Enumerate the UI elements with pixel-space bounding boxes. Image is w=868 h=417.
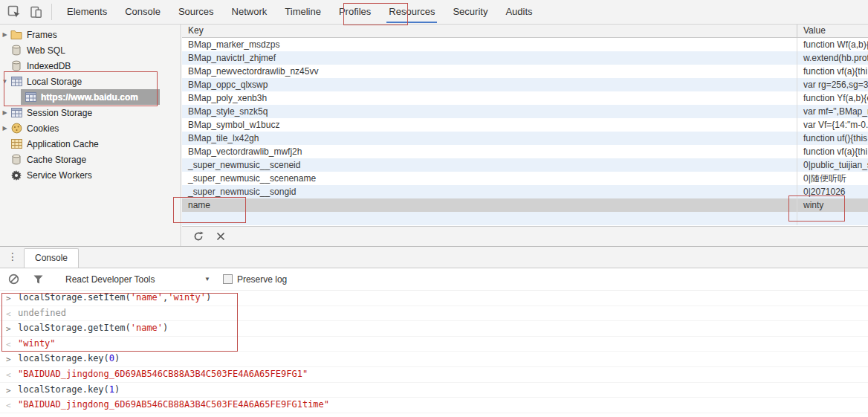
table-row[interactable]: BMap_style_snzk5qvar mf=",BMap_r: [182, 105, 868, 118]
sidebar-item-websql[interactable]: Web SQL: [0, 42, 181, 58]
column-header-value[interactable]: Value: [797, 25, 868, 37]
tab-security[interactable]: Security: [447, 0, 493, 24]
table-row[interactable]: BMap_oppc_qlxswpvar rg=256,sg=3: [182, 78, 868, 91]
preserve-log-checkbox[interactable]: [223, 274, 233, 284]
sidebar-item-indexeddb[interactable]: IndexedDB: [0, 58, 181, 74]
command-prompt-icon: >: [6, 291, 11, 306]
sidebar-item-label: Service Workers: [27, 170, 92, 181]
table-row[interactable]: _super_newmusic__sceneid0|public_tuijian…: [182, 158, 868, 172]
result-arrow-icon: <: [6, 337, 11, 352]
result-arrow-icon: <: [6, 398, 11, 413]
table-row[interactable]: _super_newmusic__songid0|2071026: [182, 185, 868, 198]
devtools-window: Elements Console Sources Network Timelin…: [0, 0, 868, 417]
table-row[interactable]: [182, 212, 868, 225]
drawer-menu-icon[interactable]: ⋮: [7, 250, 18, 262]
sidebar-item-label: Application Cache: [27, 139, 99, 149]
console-command: >localStorage.key(1): [0, 383, 868, 398]
sidebar-item-label: Local Storage: [27, 77, 82, 87]
delete-item-button[interactable]: [215, 230, 227, 242]
sidebar-item-label: Cache Storage: [27, 155, 86, 165]
devtools-tabbar: Elements Console Sources Network Timelin…: [0, 0, 868, 25]
tab-audits[interactable]: Audits: [499, 0, 538, 24]
console-result: <undefined: [0, 306, 868, 322]
resources-sidebar: ▶ Frames Web SQL IndexedDB ▼ Local: [0, 25, 181, 246]
storage-grid-icon: [10, 76, 23, 88]
database-icon: [10, 60, 23, 72]
filter-icon[interactable]: [32, 274, 44, 285]
tab-console[interactable]: Console: [119, 0, 166, 24]
execution-context-selector[interactable]: React Developer Tools: [65, 274, 201, 285]
table-row[interactable]: BMap_newvectordrawlib_nz45vvfunction vf(…: [182, 65, 868, 78]
disclosure-expanded-icon[interactable]: ▼: [0, 78, 10, 85]
console-result: <"winty": [0, 337, 868, 352]
console-command: >localStorage.getItem('name'): [0, 321, 868, 337]
command-prompt-icon: >: [6, 384, 11, 398]
folder-icon: [10, 29, 23, 41]
table-header-row: Key Value: [182, 25, 868, 38]
table-row[interactable]: BMap_navictrl_zhjmefw.extend(hb.prot: [182, 51, 868, 65]
preserve-log-label: Preserve log: [237, 274, 287, 285]
table-row[interactable]: _super_newmusic__scenename0|随便听听: [182, 172, 868, 185]
tab-profiles[interactable]: Profiles: [333, 0, 377, 24]
disclosure-collapsed-icon[interactable]: ▶: [0, 31, 10, 38]
toolbar-divider: [51, 4, 52, 20]
storage-grid-icon: [24, 91, 37, 103]
clear-console-icon[interactable]: [7, 274, 19, 285]
sidebar-item-session-storage[interactable]: ▶ Session Storage: [0, 105, 181, 120]
cookie-icon: [10, 123, 23, 135]
table-row[interactable]: BMap_tile_lx42ghfunction uf(){this: [182, 132, 868, 145]
disclosure-collapsed-icon[interactable]: ▶: [0, 109, 10, 116]
gear-icon: [10, 169, 23, 181]
result-arrow-icon: <: [6, 368, 11, 382]
console-tabstrip: ⋮ Console: [0, 247, 868, 268]
disclosure-collapsed-icon[interactable]: ▶: [0, 125, 10, 132]
selected-tree-row[interactable]: https://www.baidu.com: [21, 89, 160, 105]
result-arrow-icon: <: [6, 307, 11, 321]
sidebar-item-label: IndexedDB: [27, 61, 71, 71]
chevron-down-icon[interactable]: ▼: [204, 276, 210, 282]
console-filterbar: React Developer Tools ▼ Preserve log: [0, 268, 868, 291]
storage-toolbar: [182, 226, 868, 246]
column-header-key[interactable]: Key: [182, 25, 797, 37]
sidebar-item-frames[interactable]: ▶ Frames: [0, 27, 181, 42]
tab-console-drawer[interactable]: Console: [24, 248, 79, 268]
sidebar-item-service-workers[interactable]: Service Workers: [0, 167, 181, 183]
tab-network[interactable]: Network: [226, 0, 273, 24]
table-row[interactable]: BMap_symbol_w1buczvar Vf={14:"m-0.: [182, 118, 868, 132]
console-result: <"BAIDUAD_jingdong_6D69AB546CB88A3B4C503…: [0, 398, 868, 413]
sidebar-item-local-storage[interactable]: ▼ Local Storage: [0, 74, 181, 89]
database-icon: [10, 45, 23, 56]
sidebar-item-label: Frames: [27, 30, 57, 40]
tab-timeline[interactable]: Timeline: [279, 0, 327, 24]
console-result: <"BAIDUAD_jingdong_6D69AB546CB88A3B4C503…: [0, 367, 868, 383]
storage-panel: Key Value BMap_marker_msdzpsfunction Wf(…: [182, 25, 868, 246]
storage-grid-icon: [10, 107, 23, 119]
database-icon: [10, 154, 23, 166]
console-command: >localStorage.setItem('name','winty'): [0, 291, 868, 306]
command-prompt-icon: >: [6, 322, 11, 336]
sidebar-item-label: Web SQL: [27, 45, 65, 56]
tab-elements[interactable]: Elements: [61, 0, 113, 24]
table-row[interactable]: BMap_poly_xenb3hfunction Yf(a,b){e: [182, 91, 868, 105]
console-command: >localStorage.key(0): [0, 352, 868, 367]
table-row-selected[interactable]: namewinty: [182, 198, 868, 212]
refresh-button[interactable]: [192, 230, 204, 242]
sidebar-item-label: Session Storage: [27, 108, 92, 118]
console-messages: >localStorage.setItem('name','winty') <u…: [0, 291, 868, 413]
device-toolbar-icon[interactable]: [28, 4, 43, 19]
table-row[interactable]: BMap_vectordrawlib_mwfj2hfunction vf(a){…: [182, 145, 868, 158]
sidebar-item-application-cache[interactable]: Application Cache: [0, 136, 181, 152]
tab-sources[interactable]: Sources: [172, 0, 220, 24]
sidebar-item-label: Cookies: [27, 123, 59, 134]
tab-resources[interactable]: Resources: [383, 0, 441, 24]
table-row[interactable]: BMap_marker_msdzpsfunction Wf(a,b){: [182, 38, 868, 51]
appcache-icon: [10, 138, 23, 150]
inspect-element-icon[interactable]: [7, 4, 22, 19]
sidebar-item-cache-storage[interactable]: Cache Storage: [0, 152, 181, 167]
sidebar-item-cookies[interactable]: ▶ Cookies: [0, 120, 181, 136]
console-drawer: ⋮ Console React Developer Tools ▼ Preser…: [0, 246, 868, 417]
command-prompt-icon: >: [6, 352, 11, 366]
sidebar-item-baidu-local-storage[interactable]: https://www.baidu.com: [0, 89, 181, 105]
sidebar-item-label: https://www.baidu.com: [41, 92, 138, 103]
